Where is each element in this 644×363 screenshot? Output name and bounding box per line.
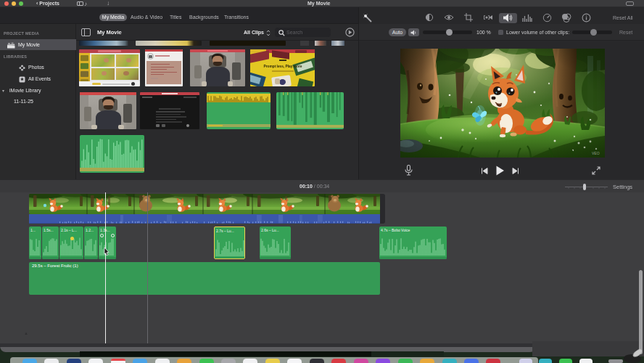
svg-text:VEO: VEO xyxy=(592,151,600,155)
